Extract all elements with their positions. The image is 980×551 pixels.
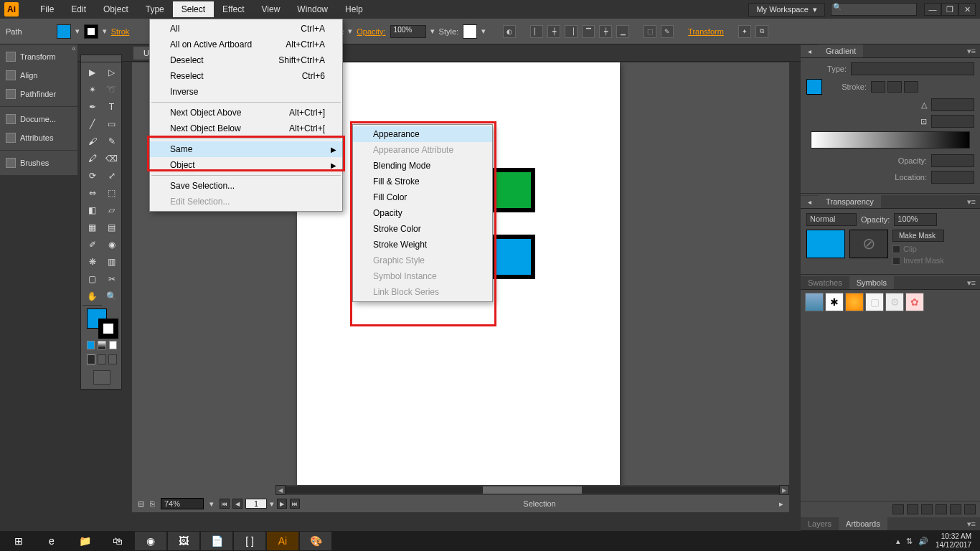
blend-tool[interactable]: ◉ xyxy=(102,236,121,253)
taskbar-store-icon[interactable]: 🛍 xyxy=(102,532,133,550)
tab-symbols[interactable]: Symbols xyxy=(849,276,894,289)
last-page-icon[interactable]: ⏭ xyxy=(290,499,300,509)
transform-link[interactable]: Transform xyxy=(688,27,724,36)
chevron-down-icon[interactable]: ▾ xyxy=(430,27,435,36)
panel-menu-icon[interactable]: ▾≡ xyxy=(963,197,980,207)
artboard-nav-icon[interactable]: ⎘ xyxy=(150,499,155,508)
chevron-down-icon[interactable]: ▾ xyxy=(209,499,214,509)
align-bottom-icon[interactable]: ▁ xyxy=(616,25,629,38)
panel-pathfinder[interactable]: Pathfinder xyxy=(0,85,77,103)
menu-effect[interactable]: Effect xyxy=(214,1,253,17)
tab-artboards[interactable]: Artboards xyxy=(839,517,887,530)
taskbar-illustrator-icon[interactable]: Ai xyxy=(267,532,298,550)
stroke-grad3-icon[interactable] xyxy=(904,81,918,93)
volume-icon[interactable]: 🔊 xyxy=(918,537,928,546)
symbol-sprayer-tool[interactable]: ❋ xyxy=(83,253,102,270)
graph-tool[interactable]: ▥ xyxy=(102,253,121,270)
align-hcenter-icon[interactable]: ┿ xyxy=(547,25,560,38)
fill-swatch[interactable] xyxy=(57,24,71,39)
symbol-swatch[interactable]: ▢ xyxy=(865,293,884,311)
align-top-icon[interactable]: ▔ xyxy=(582,25,595,38)
draw-behind-icon[interactable] xyxy=(98,354,106,364)
stroke-link[interactable]: Strok xyxy=(111,27,130,36)
style-swatch[interactable] xyxy=(463,24,477,39)
chevron-down-icon[interactable]: ▾ xyxy=(270,499,274,509)
chevron-down-icon[interactable]: ▾ xyxy=(103,27,107,36)
tab-gradient[interactable]: Gradient xyxy=(819,44,863,57)
gradient-slider[interactable] xyxy=(811,131,970,149)
first-page-icon[interactable]: ⏮ xyxy=(220,499,230,509)
chevron-down-icon[interactable]: ▾ xyxy=(481,27,486,36)
submenu-item-fill-color[interactable]: Fill Color xyxy=(353,189,492,205)
green-rectangle-shape[interactable] xyxy=(491,168,535,212)
tab-layers[interactable]: Layers xyxy=(801,517,839,530)
rectangle-tool[interactable]: ▭ xyxy=(102,116,121,133)
delete-symbol-icon[interactable] xyxy=(964,504,976,514)
panel-align[interactable]: Align xyxy=(0,66,77,85)
misc2-icon[interactable]: ⧉ xyxy=(755,25,768,38)
edit-icon[interactable]: ✎ xyxy=(661,25,674,38)
collapse-handle-icon[interactable]: « xyxy=(69,44,79,52)
object-thumbnail[interactable] xyxy=(806,230,845,258)
rotate-tool[interactable]: ⟳ xyxy=(83,167,102,184)
free-transform-tool[interactable]: ⬚ xyxy=(102,184,121,202)
tab-transparency[interactable]: Transparency xyxy=(819,195,881,208)
search-input[interactable] xyxy=(831,3,917,16)
taskbar-brackets-icon[interactable]: [ ] xyxy=(234,532,265,550)
submenu-item-fill-stroke[interactable]: Fill & Stroke xyxy=(353,174,492,189)
submenu-item-stroke-weight[interactable]: Stroke Weight xyxy=(353,237,492,253)
zoom-tool[interactable]: 🔍 xyxy=(102,288,121,305)
menu-item-all[interactable]: AllCtrl+A xyxy=(150,21,342,37)
panel-documentinfo[interactable]: Docume... xyxy=(0,110,77,128)
menu-window[interactable]: Window xyxy=(288,1,336,17)
menu-item-deselect[interactable]: DeselectShift+Ctrl+A xyxy=(150,52,342,68)
start-button[interactable]: ⊞ xyxy=(3,532,34,550)
network-icon[interactable]: ⇅ xyxy=(906,537,913,546)
color-mode-icon[interactable] xyxy=(87,341,95,349)
close-button[interactable]: ✕ xyxy=(958,3,976,16)
zoom-input[interactable]: 74% xyxy=(161,498,204,509)
scroll-right-icon[interactable]: ▶ xyxy=(779,485,789,495)
minimize-button[interactable]: — xyxy=(924,3,941,16)
menu-help[interactable]: Help xyxy=(336,1,372,17)
panel-menu-icon[interactable]: ▾≡ xyxy=(963,47,980,56)
menu-item-next-above[interactable]: Next Object AboveAlt+Ctrl+] xyxy=(150,105,342,121)
perspective-tool[interactable]: ▱ xyxy=(102,202,121,219)
menu-item-inverse[interactable]: Inverse xyxy=(150,84,342,100)
line-tool[interactable]: ╱ xyxy=(83,116,102,133)
symbol-swatch[interactable]: ⚙ xyxy=(885,293,904,311)
fill-stroke-indicator[interactable] xyxy=(83,306,121,339)
menu-item-reselect[interactable]: ReselectCtrl+6 xyxy=(150,68,342,84)
menu-item-all-artboard[interactable]: All on Active ArtboardAlt+Ctrl+A xyxy=(150,37,342,52)
slice-tool[interactable]: ✂ xyxy=(102,270,121,288)
menu-view[interactable]: View xyxy=(253,1,289,17)
panel-menu-icon[interactable]: ▾≡ xyxy=(963,519,980,529)
panel-transform[interactable]: Transform xyxy=(0,47,77,66)
panel-attributes[interactable]: Attributes xyxy=(0,128,77,147)
gradient-stop-location-input[interactable] xyxy=(931,171,974,184)
gradient-angle-input[interactable] xyxy=(931,98,974,111)
menu-type[interactable]: Type xyxy=(137,1,173,17)
invert-checkbox[interactable] xyxy=(892,257,900,265)
submenu-item-appearance[interactable]: Appearance xyxy=(353,126,492,142)
prev-page-icon[interactable]: ◀ xyxy=(232,499,242,509)
blob-brush-tool[interactable]: 🖍 xyxy=(83,150,102,167)
page-number-input[interactable] xyxy=(245,499,267,509)
taskbar-ie-icon[interactable]: e xyxy=(36,532,67,550)
draw-inside-icon[interactable] xyxy=(108,354,117,364)
menu-select[interactable]: Select xyxy=(173,1,214,17)
opacity-input[interactable]: 100% xyxy=(390,25,426,38)
taskbar-paint-icon[interactable]: 🎨 xyxy=(300,532,331,550)
gradient-fill-icon[interactable] xyxy=(806,79,822,95)
menu-file[interactable]: File xyxy=(32,1,62,17)
hand-tool[interactable]: ✋ xyxy=(83,288,102,305)
pencil-tool[interactable]: ✎ xyxy=(102,133,121,150)
pen-tool[interactable]: ✒ xyxy=(83,98,102,116)
chevron-left-icon[interactable]: ◂ xyxy=(801,45,819,57)
direct-selection-tool[interactable]: ▷ xyxy=(102,64,121,81)
recolor-icon[interactable]: ◐ xyxy=(503,25,516,38)
gradient-tool[interactable]: ▤ xyxy=(102,219,121,236)
menu-edit[interactable]: Edit xyxy=(62,1,95,17)
submenu-item-blending-mode[interactable]: Blending Mode xyxy=(353,158,492,174)
gradient-aspect-input[interactable] xyxy=(931,115,974,128)
